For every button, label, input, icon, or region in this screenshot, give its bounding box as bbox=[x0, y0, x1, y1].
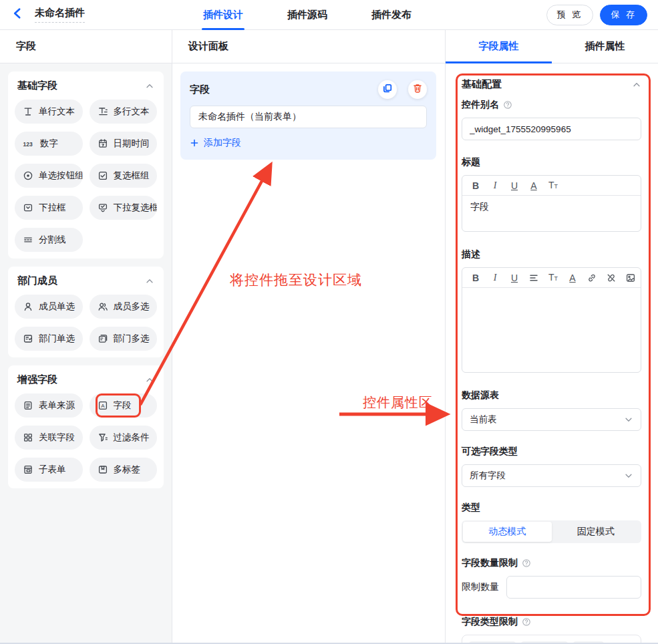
palette-item-label: 单行文本 bbox=[39, 106, 75, 118]
plugin-title[interactable]: 未命名插件 bbox=[35, 7, 85, 23]
palette-item-radio[interactable]: 单选按钮组 bbox=[15, 164, 83, 188]
topbar-actions: 预 览 保 存 bbox=[546, 5, 647, 25]
link-icon[interactable] bbox=[587, 273, 597, 283]
underline-icon[interactable]: U bbox=[509, 273, 520, 283]
palette-item-label: 关联字段 bbox=[39, 432, 75, 444]
title-editor-content[interactable]: 字段 bbox=[462, 196, 641, 231]
back-button[interactable] bbox=[11, 7, 24, 23]
palette-item-checkbox[interactable]: 复选框组 bbox=[90, 164, 158, 188]
topbar-tab-0[interactable]: 插件设计 bbox=[203, 0, 243, 30]
chevron-down-icon bbox=[624, 471, 633, 480]
palette-item-field[interactable]: A字段 bbox=[90, 393, 158, 418]
delete-widget-button[interactable] bbox=[408, 80, 427, 99]
add-field-label: 添加字段 bbox=[204, 137, 241, 149]
topbar-tab-1[interactable]: 插件源码 bbox=[287, 0, 327, 30]
mode-label: 类型 bbox=[462, 502, 480, 514]
palette-item-multi-select[interactable]: 下拉复选框 bbox=[90, 196, 158, 220]
palette-item-multi-line-text[interactable]: 多行文本 bbox=[90, 100, 158, 124]
datasource-select[interactable]: 当前表 bbox=[462, 408, 641, 431]
palette-item-filter[interactable]: 过滤条件 bbox=[90, 426, 158, 450]
image-icon[interactable] bbox=[625, 273, 636, 283]
sidebar-title: 字段 bbox=[16, 40, 36, 53]
palette-item-multi-tag[interactable]: 多标签 bbox=[90, 458, 158, 482]
color-icon[interactable]: A bbox=[528, 180, 539, 191]
topbar-tabs: 插件设计插件源码插件发布 bbox=[203, 0, 546, 30]
palette-item-label: 过滤条件 bbox=[114, 432, 150, 444]
description-editor-content[interactable] bbox=[462, 288, 641, 372]
palette-item-label: 表单来源 bbox=[39, 399, 75, 412]
fontsize-icon[interactable]: TT bbox=[548, 180, 558, 192]
palette-item-dept-multi[interactable]: 部门多选 bbox=[90, 327, 158, 351]
help-icon[interactable] bbox=[503, 100, 512, 110]
inspector-tab-1[interactable]: 插件属性 bbox=[552, 30, 658, 63]
canvas-title: 设计面板 bbox=[188, 40, 228, 53]
palette-item-member-single[interactable]: 成员单选 bbox=[15, 295, 83, 319]
help-icon[interactable] bbox=[522, 558, 531, 568]
palette-item-related-field[interactable]: 关联字段 bbox=[15, 426, 83, 450]
palette-item-single-line-text[interactable]: 单行文本 bbox=[15, 100, 83, 124]
selectable-types-label: 可选字段类型 bbox=[462, 446, 518, 458]
unlink-icon[interactable] bbox=[606, 273, 617, 283]
palette-item-number[interactable]: 123数字 bbox=[15, 132, 83, 156]
preview-button[interactable]: 预 览 bbox=[546, 5, 594, 25]
limit-count-input[interactable] bbox=[506, 576, 641, 599]
chevron-up-icon[interactable] bbox=[145, 277, 154, 286]
filter-icon bbox=[98, 432, 108, 443]
divider-icon bbox=[23, 234, 33, 245]
bold-icon[interactable]: B bbox=[470, 180, 481, 191]
type-limit-pill[interactable] bbox=[521, 641, 568, 643]
related-field-icon bbox=[23, 432, 33, 443]
underline-icon[interactable]: U bbox=[509, 180, 520, 191]
type-limit-pill[interactable] bbox=[469, 641, 516, 643]
field-group-1: 部门成员成员单选成员多选部门单选部门多选 bbox=[8, 267, 164, 357]
form-source-icon bbox=[23, 400, 33, 411]
datasource-label: 数据源表 bbox=[462, 389, 499, 401]
mode-option-1[interactable]: 固定模式 bbox=[552, 522, 641, 542]
chevron-up-icon[interactable] bbox=[145, 82, 154, 91]
topbar-tab-2[interactable]: 插件发布 bbox=[371, 0, 412, 30]
description-editor: BIUTTA bbox=[462, 267, 641, 373]
member-single-icon bbox=[23, 301, 33, 312]
radio-icon bbox=[23, 170, 33, 181]
dept-single-icon bbox=[23, 333, 33, 344]
type-limit-options bbox=[462, 635, 641, 643]
select-icon bbox=[23, 202, 33, 213]
chevron-down-icon bbox=[624, 415, 633, 424]
inspector-tab-0[interactable]: 字段属性 bbox=[446, 30, 552, 63]
color-icon[interactable]: A bbox=[567, 273, 578, 283]
duplicate-widget-button[interactable] bbox=[378, 80, 397, 99]
palette-item-label: 部门单选 bbox=[39, 333, 75, 345]
save-button[interactable]: 保 存 bbox=[600, 5, 647, 25]
add-field-button[interactable]: 添加字段 bbox=[190, 137, 241, 149]
palette-item-subform[interactable]: 子表单 bbox=[15, 458, 83, 482]
chevron-up-icon[interactable] bbox=[632, 80, 641, 90]
italic-icon[interactable]: I bbox=[490, 180, 500, 191]
align-left-icon[interactable] bbox=[528, 273, 539, 283]
help-icon[interactable] bbox=[522, 617, 531, 627]
group-title: 部门成员 bbox=[17, 275, 57, 287]
widget-card-field[interactable]: 字段 添加字段 bbox=[180, 71, 436, 160]
fontsize-icon[interactable]: TT bbox=[548, 272, 558, 284]
type-limit-label: 字段类型限制 bbox=[462, 616, 518, 628]
chevron-left-icon bbox=[11, 7, 24, 23]
palette-item-member-multi[interactable]: 成员多选 bbox=[90, 295, 158, 319]
bold-icon[interactable]: B bbox=[470, 273, 481, 283]
palette-item-divider[interactable]: 分割线 bbox=[15, 228, 83, 252]
palette-item-label: 分割线 bbox=[39, 234, 66, 246]
selectable-types-select[interactable]: 所有字段 bbox=[462, 464, 641, 487]
topbar-left: 未命名插件 bbox=[11, 7, 171, 23]
chevron-up-icon[interactable] bbox=[145, 375, 154, 385]
palette-item-label: 成员单选 bbox=[39, 301, 75, 313]
mode-option-0[interactable]: 动态模式 bbox=[463, 522, 552, 542]
palette-item-form-source[interactable]: 表单来源 bbox=[15, 393, 83, 418]
palette-item-select[interactable]: 下拉框 bbox=[15, 196, 83, 220]
palette-item-calendar[interactable]: 日期时间 bbox=[90, 132, 158, 156]
widget-title: 字段 bbox=[190, 84, 210, 96]
italic-icon[interactable]: I bbox=[490, 273, 500, 283]
palette-item-dept-single[interactable]: 部门单选 bbox=[15, 327, 83, 351]
type-limit-pill[interactable] bbox=[573, 641, 604, 643]
alias-input[interactable] bbox=[462, 118, 641, 140]
canvas-body[interactable]: 字段 添加字段 bbox=[172, 63, 445, 643]
palette-item-label: 单选按钮组 bbox=[39, 170, 83, 182]
widget-field-input[interactable] bbox=[190, 106, 427, 128]
